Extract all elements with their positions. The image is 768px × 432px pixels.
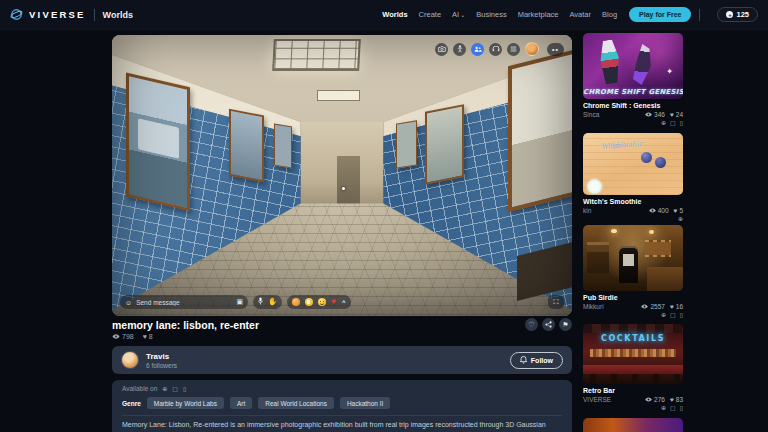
eye-icon bbox=[112, 334, 120, 339]
viewport-bottom-bar: ☺ Send message ▣ ✋ ♥ ^ ⛶ bbox=[120, 295, 564, 309]
thumb-light bbox=[649, 230, 654, 234]
hallway-scene bbox=[112, 35, 572, 316]
follow-button[interactable]: Follow bbox=[510, 352, 563, 369]
card-author[interactable]: VIVERSE bbox=[583, 396, 611, 403]
world-card-retro-bar[interactable]: COCKTAILS Retro Bar VIVERSE 276 ♥83 ⊕▢▯ bbox=[583, 324, 683, 411]
nav-worlds[interactable]: Worlds bbox=[382, 10, 407, 19]
nav-avatar[interactable]: Avatar bbox=[570, 10, 592, 19]
cursor-dot bbox=[342, 187, 345, 190]
fullscreen-button[interactable]: ⛶ bbox=[548, 295, 564, 309]
desktop-platform-icon: ▢ bbox=[670, 405, 676, 411]
world-thumbnail[interactable] bbox=[583, 225, 683, 291]
card-author[interactable]: Mikkuri bbox=[583, 303, 604, 310]
mobile-platform-icon: ▯ bbox=[680, 120, 683, 126]
brand-logo[interactable]: VIVERSE bbox=[10, 8, 86, 21]
world-thumbnail[interactable] bbox=[583, 418, 683, 432]
emoji-picker-icon[interactable]: ☺ bbox=[125, 299, 132, 306]
heart-icon: ♥ bbox=[670, 111, 674, 118]
card-author[interactable]: Sinca bbox=[583, 111, 599, 118]
thumb-ceiling-beams bbox=[583, 324, 683, 333]
microphone-button[interactable] bbox=[258, 297, 263, 307]
sparkle-icon: ✦ bbox=[666, 67, 673, 76]
creator-avatar[interactable] bbox=[121, 351, 139, 369]
tag-marble-by-world-labs[interactable]: Marble by World Labs bbox=[147, 397, 224, 409]
card-title[interactable]: Pub Sirdie bbox=[583, 294, 683, 301]
thumbs-up-emoji[interactable] bbox=[305, 298, 313, 306]
share-icon bbox=[545, 321, 552, 328]
emoji-reactions-pill: ♥ ^ bbox=[287, 295, 350, 309]
card-stats: 400 ♥5 bbox=[649, 207, 683, 214]
thumb-bar-counter bbox=[647, 267, 683, 291]
world-thumbnail[interactable]: ✦ CHROME SHIFT GENESIS bbox=[583, 33, 683, 99]
nav-ai[interactable]: AI⌄ bbox=[452, 10, 465, 19]
camera-button[interactable] bbox=[435, 43, 448, 56]
world-thumbnail[interactable]: Witch's Smoothie bbox=[583, 133, 683, 195]
card-platforms: ⊕▢▯ bbox=[583, 120, 683, 126]
card-stats: 276 ♥83 bbox=[645, 396, 683, 403]
world-thumbnail[interactable]: COCKTAILS bbox=[583, 324, 683, 384]
tag-art[interactable]: Art bbox=[230, 397, 252, 409]
like-button[interactable]: ♡ bbox=[525, 318, 538, 331]
card-title[interactable]: Witch's Smoothie bbox=[583, 198, 683, 205]
voice-actions-pill: ✋ bbox=[253, 295, 282, 309]
nav-business[interactable]: Business bbox=[476, 10, 506, 19]
menu-button[interactable] bbox=[507, 43, 520, 56]
world-info-panel: Available on ⊕ ▢ ▯ Genre Marble by World… bbox=[112, 380, 572, 432]
menu-icon bbox=[510, 46, 517, 52]
panel-divider bbox=[122, 415, 562, 416]
report-flag-button[interactable]: ⚑ bbox=[559, 318, 572, 331]
brand-name: VIVERSE bbox=[29, 9, 86, 20]
desktop-platform-icon: ▢ bbox=[670, 120, 676, 126]
world-card-pub-sirdie[interactable]: Pub Sirdie Mikkuri 2557 ♥16 ⊕▢▯ bbox=[583, 225, 683, 318]
clap-emoji[interactable] bbox=[292, 298, 300, 306]
likes-count: 8 bbox=[149, 333, 153, 340]
headset-button[interactable] bbox=[489, 43, 502, 56]
creator-followers: 6 followers bbox=[146, 362, 177, 369]
nav-blog[interactable]: Blog bbox=[602, 10, 617, 19]
card-author[interactable]: kin bbox=[583, 207, 591, 214]
friends-button[interactable] bbox=[471, 43, 484, 56]
share-button[interactable] bbox=[542, 318, 555, 331]
chevron-up-icon[interactable]: ^ bbox=[342, 299, 346, 305]
heart-emoji[interactable]: ♥ bbox=[331, 298, 336, 306]
world-card-chrome-shift[interactable]: ✦ CHROME SHIFT GENESIS Chrome Shift : Ge… bbox=[583, 33, 683, 126]
eye-icon bbox=[649, 208, 656, 213]
play-for-free-button[interactable]: Play for Free bbox=[629, 7, 691, 22]
world-card-partial[interactable] bbox=[583, 418, 683, 432]
eye-icon bbox=[645, 397, 652, 402]
smiley-emoji[interactable] bbox=[318, 298, 326, 306]
world-viewport[interactable]: •• ☺ Send message ▣ ✋ ♥ ^ ⛶ bbox=[112, 35, 572, 316]
tag-hackathon[interactable]: Hackathon II bbox=[340, 397, 391, 409]
world-card-witchs-smoothie[interactable]: Witch's Smoothie Witch's Smoothie kin 40… bbox=[583, 133, 683, 222]
scene-vignette bbox=[112, 35, 572, 316]
card-title[interactable]: Chrome Shift : Genesis bbox=[583, 102, 683, 109]
user-avatar[interactable] bbox=[525, 42, 539, 56]
hand-raise-button[interactable]: ✋ bbox=[268, 298, 277, 306]
desktop-platform-icon: ▢ bbox=[172, 386, 178, 392]
eye-icon bbox=[645, 112, 652, 117]
heart-icon: ♥ bbox=[143, 333, 147, 340]
coin-icon: + bbox=[726, 11, 733, 18]
bell-icon bbox=[520, 356, 527, 364]
coin-balance[interactable]: + 125 bbox=[717, 7, 758, 22]
more-options-button[interactable]: •• bbox=[547, 43, 564, 56]
heart-icon: ♥ bbox=[670, 396, 674, 403]
tag-real-world-locations[interactable]: Real World Locations bbox=[258, 397, 334, 409]
thumb-wall-frames bbox=[645, 240, 671, 257]
chat-input[interactable]: ☺ Send message ▣ bbox=[120, 295, 248, 309]
eye-icon bbox=[641, 304, 648, 309]
views-count: 798 bbox=[122, 333, 134, 340]
web-platform-icon: ⊕ bbox=[661, 312, 666, 318]
nav-marketplace[interactable]: Marketplace bbox=[518, 10, 559, 19]
world-stats: 798 ♥ 8 bbox=[112, 333, 153, 340]
thumb-bottle-shelf bbox=[590, 349, 676, 357]
pose-button[interactable] bbox=[453, 43, 466, 56]
nav-create[interactable]: Create bbox=[419, 10, 442, 19]
desktop-platform-icon: ▢ bbox=[670, 312, 676, 318]
sticker-icon[interactable]: ▣ bbox=[236, 298, 243, 306]
thumb-title-art: CHROME SHIFT GENESIS bbox=[583, 88, 683, 96]
card-meta: Sinca 346 ♥24 bbox=[583, 111, 683, 118]
creator-name[interactable]: Travis bbox=[146, 352, 177, 361]
likes-stat: ♥ 8 bbox=[143, 333, 153, 340]
card-title[interactable]: Retro Bar bbox=[583, 387, 683, 394]
